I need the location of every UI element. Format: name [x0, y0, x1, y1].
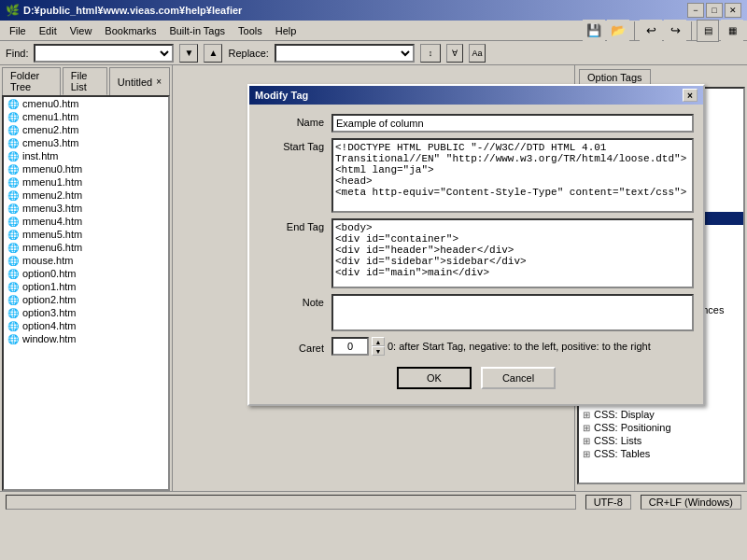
replace-btn2[interactable]: ∀ — [446, 44, 463, 63]
file-icon: 🌐 — [7, 230, 19, 240]
menu-file[interactable]: File — [4, 23, 32, 38]
tab-bar: Folder Tree File List Untitled × — [0, 65, 172, 95]
note-row: Note — [259, 294, 694, 331]
list-item[interactable]: 🌐mmenu5.htm — [4, 228, 168, 241]
close-tab-icon[interactable]: × — [156, 77, 162, 87]
file-icon: 🌐 — [7, 217, 19, 227]
start-tag-wrapper — [331, 138, 694, 213]
menu-tools[interactable]: Tools — [233, 23, 268, 38]
expand-icon: ⊞ — [583, 436, 590, 446]
file-icon: 🌐 — [7, 112, 19, 122]
list-item[interactable]: 🌐window.htm — [4, 332, 168, 345]
end-tag-row: End Tag — [259, 218, 694, 288]
list-item[interactable]: 🌐option2.htm — [4, 293, 168, 306]
file-icon: 🌐 — [7, 295, 19, 305]
file-icon: 🌐 — [7, 282, 19, 292]
file-list[interactable]: 🌐cmenu0.htm🌐cmenu1.htm🌐cmenu2.htm🌐cmenu3… — [2, 95, 170, 491]
list-item[interactable]: 🌐mouse.htm — [4, 254, 168, 267]
menu-edit[interactable]: Edit — [34, 23, 63, 38]
menu-view[interactable]: View — [64, 23, 98, 38]
tree-item[interactable]: ⊞CSS: Display — [579, 408, 743, 421]
file-icon: 🌐 — [7, 334, 19, 344]
menu-bookmarks[interactable]: Bookmarks — [99, 23, 162, 38]
tree-item[interactable]: ⊞CSS: Positioning — [579, 421, 743, 434]
note-input[interactable] — [331, 294, 694, 331]
list-item[interactable]: 🌐mmenu6.htm — [4, 241, 168, 254]
name-row: Name — [259, 114, 694, 133]
caret-spinner[interactable]: ▲ ▼ — [372, 337, 385, 356]
tree-item[interactable]: ⊞CSS: Lists — [579, 434, 743, 447]
file-icon: 🌐 — [7, 99, 19, 109]
find-label: Find: — [6, 48, 28, 59]
open-button[interactable]: 📂 — [607, 20, 629, 42]
maximize-button[interactable]: □ — [706, 3, 723, 18]
cancel-button[interactable]: Cancel — [481, 367, 556, 389]
start-tag-input[interactable] — [331, 138, 694, 213]
tab-folder-tree[interactable]: Folder Tree — [2, 67, 61, 95]
caret-down-button[interactable]: ▼ — [372, 346, 385, 356]
file-icon: 🌐 — [7, 203, 19, 214]
list-item[interactable]: 🌐mmenu0.htm — [4, 162, 168, 175]
caret-up-button[interactable]: ▲ — [372, 337, 385, 346]
tab-untitled[interactable]: Untitled × — [109, 67, 170, 95]
line-ending-status: CR+LF (Windows) — [641, 495, 741, 510]
encoding-status: UTF-8 — [585, 495, 631, 510]
replace-btn3[interactable]: Aa — [469, 44, 486, 63]
file-icon: 🌐 — [7, 164, 19, 175]
list-item[interactable]: 🌐cmenu1.htm — [4, 110, 168, 123]
end-tag-input[interactable] — [331, 218, 694, 288]
ok-button[interactable]: OK — [397, 367, 472, 389]
layout1-button[interactable]: ▤ — [697, 20, 719, 42]
replace-input[interactable] — [275, 44, 415, 63]
find-up-button[interactable]: ▲ — [204, 44, 222, 63]
file-icon: 🌐 — [7, 308, 19, 318]
list-item[interactable]: 🌐mmenu4.htm — [4, 215, 168, 228]
tab-file-list[interactable]: File List — [63, 67, 107, 95]
list-item[interactable]: 🌐mmenu3.htm — [4, 202, 168, 215]
close-window-button[interactable]: ✕ — [725, 3, 741, 18]
file-icon: 🌐 — [7, 190, 19, 201]
name-input[interactable] — [331, 114, 694, 133]
minimize-button[interactable]: − — [687, 3, 704, 18]
find-bar: Find: ▼ ▲ Replace: ↕ ∀ Aa — [0, 41, 747, 65]
modal-buttons: OK Cancel — [259, 361, 694, 395]
list-item[interactable]: 🌐option4.htm — [4, 319, 168, 332]
list-item[interactable]: 🌐option1.htm — [4, 280, 168, 293]
caret-description: 0: after Start Tag, negative: to the lef… — [388, 341, 651, 352]
save-button[interactable]: 💾 — [583, 20, 605, 42]
status-bar: UTF-8 CR+LF (Windows) — [0, 491, 747, 511]
list-item[interactable]: 🌐cmenu2.htm — [4, 123, 168, 136]
list-item[interactable]: 🌐option0.htm — [4, 267, 168, 280]
option-tags-tab[interactable]: Option Tags — [579, 69, 651, 85]
find-down-button[interactable]: ▼ — [179, 44, 198, 63]
menu-help[interactable]: Help — [270, 23, 303, 38]
list-item[interactable]: 🌐inst.htm — [4, 149, 168, 162]
file-icon: 🌐 — [7, 243, 19, 253]
undo-button[interactable]: ↩ — [640, 20, 662, 42]
modify-tag-dialog: Modify Tag × Name Start Tag En — [247, 84, 705, 406]
list-item[interactable]: 🌐cmenu3.htm — [4, 136, 168, 149]
expand-icon: ⊞ — [583, 410, 590, 420]
file-icon: 🌐 — [7, 151, 19, 161]
file-icon: 🌐 — [7, 138, 19, 148]
file-icon: 🌐 — [7, 269, 19, 279]
replace-btn1[interactable]: ↕ — [420, 44, 441, 63]
find-input[interactable] — [34, 44, 174, 63]
list-item[interactable]: 🌐mmenu1.htm — [4, 175, 168, 189]
redo-button[interactable]: ↪ — [664, 20, 686, 42]
modal-body: Name Start Tag End Tag — [249, 105, 703, 404]
caret-input[interactable] — [331, 337, 369, 356]
caret-label: Caret — [259, 340, 324, 354]
modal-title: Modify Tag — [255, 90, 308, 101]
file-icon: 🌐 — [7, 256, 19, 266]
list-item[interactable]: 🌐mmenu2.htm — [4, 189, 168, 202]
list-item[interactable]: 🌐option3.htm — [4, 306, 168, 319]
title-bar: 🌿 D:¥public_html¥www.vieas.com¥help¥leaf… — [0, 0, 747, 21]
layout2-button[interactable]: ▦ — [721, 20, 743, 42]
tree-item[interactable]: ⊞CSS: Tables — [579, 447, 743, 460]
list-item[interactable]: 🌐cmenu0.htm — [4, 97, 168, 110]
app-icon: 🌿 — [6, 4, 20, 17]
modal-close-button[interactable]: × — [683, 89, 698, 102]
expand-icon: ⊞ — [583, 449, 590, 459]
menu-builtin-tags[interactable]: Built-in Tags — [163, 23, 231, 38]
